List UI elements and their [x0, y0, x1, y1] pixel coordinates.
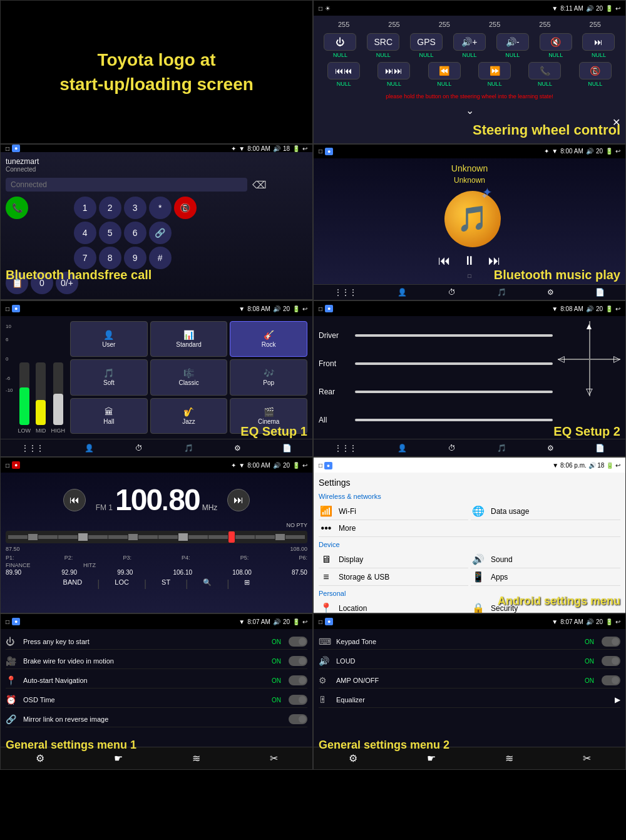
back-btn[interactable]: ↩ [615, 618, 620, 625]
key-4[interactable]: 4 [74, 222, 96, 244]
sw-vol-up-btn[interactable]: 🔊+ [453, 33, 486, 51]
joy-right-arrow[interactable]: ▷ [613, 354, 620, 364]
setting-equalizer-arrow[interactable]: ▶ [615, 695, 620, 704]
radio-search-btn[interactable]: 🔍 [203, 578, 212, 590]
eq2-front-bar[interactable] [355, 362, 553, 365]
key-2[interactable]: 2 [99, 197, 121, 219]
sw-endcall-btn[interactable]: 📵 [579, 62, 612, 79]
nav-music[interactable]: 🎵 [184, 444, 193, 453]
joy-up-arrow[interactable]: ▲ [585, 321, 593, 331]
eq-high-track[interactable] [53, 362, 63, 425]
key-hash[interactable]: # [149, 247, 172, 269]
nav-settings[interactable]: ⚙ [234, 444, 241, 453]
back-btn[interactable]: ↩ [302, 145, 307, 152]
android-wifi-item[interactable]: 📶 Wi-Fi [319, 503, 468, 520]
setting-mirror-link-toggle[interactable] [289, 714, 307, 724]
radio-seek-bar[interactable] [6, 531, 307, 543]
eq2-rear-bar[interactable] [355, 391, 553, 393]
nav-apps[interactable]: ⋮⋮⋮ [334, 288, 357, 297]
radio-next-btn[interactable]: ⏭ [227, 489, 250, 511]
sw-ff-btn[interactable]: ⏩ [478, 62, 511, 79]
eq-mid-track[interactable] [36, 362, 46, 425]
preset-user[interactable]: 👤User [70, 321, 148, 357]
key-7[interactable]: 7 [74, 247, 96, 269]
toolbar-bluetooth[interactable]: ☛ [427, 752, 436, 764]
preset-hall[interactable]: 🏛Hall [70, 398, 148, 434]
nav-music[interactable]: 🎵 [497, 444, 506, 453]
sw-call-btn[interactable]: 📞 [528, 62, 561, 79]
setting-press-key-toggle[interactable] [289, 637, 307, 647]
preset-soft[interactable]: 🎵Soft [70, 359, 148, 395]
sw-gps-btn[interactable]: GPS [410, 33, 443, 51]
back-btn[interactable]: ↩ [615, 305, 620, 312]
android-location-item[interactable]: 📍 Location [319, 600, 468, 613]
eq2-driver-bar[interactable] [355, 334, 553, 337]
nav-files[interactable]: 📄 [595, 288, 605, 297]
back-icon[interactable]: ↩ [615, 5, 620, 12]
nav-files[interactable]: 📄 [282, 444, 292, 453]
sw-rew-btn[interactable]: ⏪ [428, 62, 461, 79]
preset-standard[interactable]: 📊Standard [150, 321, 228, 357]
sw-skip-btn[interactable]: ⏭ [582, 33, 615, 51]
sw-mute-btn[interactable]: 🔇 [540, 33, 572, 51]
sw-next-btn[interactable]: ⏭⏭ [377, 62, 410, 79]
nav-settings[interactable]: ⚙ [547, 288, 554, 297]
key-5[interactable]: 5 [99, 222, 121, 244]
key-link[interactable]: 🔗 [149, 222, 172, 244]
nav-files[interactable]: 📄 [595, 444, 605, 453]
nav-recent[interactable]: ⏱ [135, 444, 143, 453]
sw-power-btn[interactable]: ⏻ [324, 33, 356, 51]
key-3[interactable]: 3 [124, 197, 146, 219]
android-apps-item[interactable]: 📱 Apps [471, 568, 620, 586]
radio-list-btn[interactable]: ⊞ [244, 578, 250, 590]
android-sound-item[interactable]: 🔊 Sound [471, 551, 620, 568]
nav-apps[interactable]: ⋮⋮⋮ [21, 444, 44, 453]
sw-vol-dn-btn[interactable]: 🔊- [496, 33, 529, 51]
eq2-all-bar[interactable] [355, 419, 553, 421]
nav-contacts[interactable]: 👤 [398, 288, 407, 297]
back-btn[interactable]: ↩ [302, 305, 307, 312]
toolbar-tools[interactable]: ✂ [583, 752, 591, 764]
nav-contacts[interactable]: 👤 [85, 444, 94, 453]
android-display-item[interactable]: 🖥 Display [319, 551, 468, 568]
toolbar-settings[interactable]: ⚙ [349, 752, 357, 764]
back-btn[interactable]: ↩ [302, 462, 307, 469]
toolbar-settings[interactable]: ⚙ [36, 752, 44, 764]
call-end-btn[interactable]: 📵 [174, 197, 197, 219]
setting-amp-toggle[interactable] [602, 675, 620, 685]
radio-prev-btn[interactable]: ⏮ [63, 489, 86, 511]
toolbar-eq[interactable]: ≋ [505, 752, 513, 764]
preset-rock[interactable]: 🎸Rock [230, 321, 307, 357]
radio-st-btn[interactable]: ST [162, 578, 170, 590]
back-btn[interactable]: ↩ [615, 462, 620, 469]
key-9[interactable]: 9 [124, 247, 146, 269]
key-star[interactable]: * [149, 197, 172, 219]
preset-pop[interactable]: 🎶Pop [230, 359, 307, 395]
setting-loud-toggle[interactable] [602, 656, 620, 666]
android-data-usage-item[interactable]: 🌐 Data usage [471, 503, 620, 520]
call-answer-btn[interactable]: 📞 [6, 197, 28, 219]
setting-keypad-tone-toggle[interactable] [602, 637, 620, 647]
key-1[interactable]: 1 [74, 197, 96, 219]
radio-loc-btn[interactable]: LOC [115, 578, 129, 590]
backspace-icon[interactable]: ⌫ [252, 179, 267, 191]
key-8[interactable]: 8 [99, 247, 121, 269]
toolbar-eq[interactable]: ≋ [192, 752, 200, 764]
music-prev-btn[interactable]: ⏮ [438, 254, 451, 268]
android-storage-item[interactable]: ≡ Storage & USB [319, 568, 468, 586]
setting-osd-time-toggle[interactable] [289, 695, 307, 705]
sw-prev-btn[interactable]: ⏮⏮ [327, 62, 360, 79]
toolbar-tools[interactable]: ✂ [270, 752, 278, 764]
nav-music[interactable]: 🎵 [497, 288, 506, 297]
nav-recent[interactable]: ⏱ [448, 288, 456, 297]
back-btn[interactable]: ↩ [302, 618, 307, 625]
setting-auto-nav-toggle[interactable] [289, 675, 307, 685]
key-6[interactable]: 6 [124, 222, 146, 244]
music-play-btn[interactable]: ⏸ [463, 254, 476, 268]
nav-settings[interactable]: ⚙ [547, 444, 554, 453]
nav-recent[interactable]: ⏱ [448, 444, 456, 453]
nav-apps[interactable]: ⋮⋮⋮ [334, 444, 357, 453]
joy-down-arrow[interactable]: ▽ [586, 386, 593, 396]
eq-low-track[interactable] [19, 362, 29, 425]
radio-band-btn[interactable]: BAND [63, 578, 83, 590]
